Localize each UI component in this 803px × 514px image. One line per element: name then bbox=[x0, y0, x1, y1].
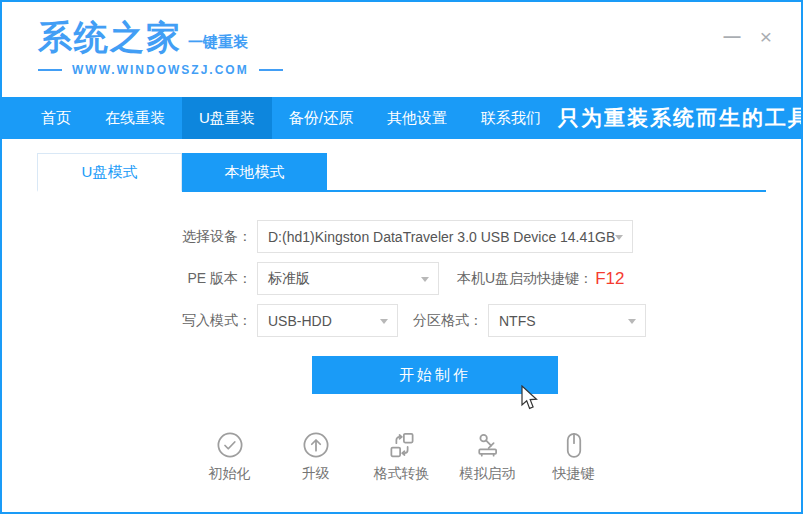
device-select-value: D:(hd1)Kingston DataTraveler 3.0 USB Dev… bbox=[268, 229, 615, 245]
write-mode-label: 写入模式： bbox=[2, 312, 252, 330]
boot-hotkey-label: 本机U盘启动快捷键： bbox=[457, 270, 593, 288]
app-logo: 系统之家 一键重装 WWW.WINDOWSZJ.COM bbox=[38, 20, 283, 77]
website-url: WWW.WINDOWSZJ.COM bbox=[72, 63, 249, 77]
nav-item-other-settings[interactable]: 其他设置 bbox=[370, 97, 464, 139]
website-line: WWW.WINDOWSZJ.COM bbox=[38, 63, 283, 77]
chevron-down-icon bbox=[421, 277, 429, 282]
logo-subtitle: 一键重装 bbox=[188, 33, 248, 52]
nav-item-online-reinstall[interactable]: 在线重装 bbox=[88, 97, 182, 139]
boot-hotkey-note: 本机U盘启动快捷键： F12 bbox=[457, 269, 624, 289]
tool-label: 快捷键 bbox=[553, 465, 595, 483]
format-convert-icon bbox=[387, 430, 417, 460]
usb-make-form: 选择设备： D:(hd1)Kingston DataTraveler 3.0 U… bbox=[2, 220, 801, 337]
chevron-down-icon bbox=[615, 235, 623, 240]
slogan-text: 只为重装系统而生的工具 bbox=[558, 97, 803, 139]
chevron-down-icon bbox=[380, 319, 388, 324]
device-label: 选择设备： bbox=[2, 228, 252, 246]
main-navbar: 首页 在线重装 U盘重装 备份/还原 其他设置 联系我们 只为重装系统而生的工具 bbox=[2, 97, 801, 139]
window-controls: — × bbox=[719, 24, 779, 50]
nav-item-usb-reinstall[interactable]: U盘重装 bbox=[182, 97, 272, 139]
tool-hotkey[interactable]: 快捷键 bbox=[531, 430, 617, 483]
tool-label: 格式转换 bbox=[374, 465, 430, 483]
logo-title: 系统之家 bbox=[38, 20, 182, 54]
partition-format-select-value: NTFS bbox=[499, 313, 536, 329]
tab-usb-mode[interactable]: U盘模式 bbox=[37, 153, 182, 192]
tool-label: 模拟启动 bbox=[460, 465, 516, 483]
footer-tools: 初始化 升级 格式转换 bbox=[2, 430, 801, 483]
write-mode-select[interactable]: USB-HDD bbox=[257, 304, 398, 337]
tab-local-mode[interactable]: 本地模式 bbox=[182, 153, 327, 190]
pe-version-label: PE 版本： bbox=[2, 270, 252, 288]
partition-format-label: 分区格式： bbox=[413, 312, 483, 330]
nav-item-contact-us[interactable]: 联系我们 bbox=[464, 97, 558, 139]
title-bar: 系统之家 一键重装 WWW.WINDOWSZJ.COM — × bbox=[2, 2, 801, 97]
chevron-down-icon bbox=[628, 319, 636, 324]
tool-upgrade[interactable]: 升级 bbox=[273, 430, 359, 483]
upgrade-arrow-icon bbox=[301, 430, 331, 460]
nav-item-backup-restore[interactable]: 备份/还原 bbox=[272, 97, 370, 139]
minimize-button[interactable]: — bbox=[719, 24, 745, 50]
partition-format-select[interactable]: NTFS bbox=[488, 304, 646, 337]
tool-initialize[interactable]: 初始化 bbox=[187, 430, 273, 483]
write-mode-row: 写入模式： USB-HDD 分区格式： NTFS bbox=[2, 304, 801, 337]
pe-version-select-value: 标准版 bbox=[268, 270, 310, 288]
start-make-button[interactable]: 开始制作 bbox=[312, 356, 558, 394]
pe-version-row: PE 版本： 标准版 本机U盘启动快捷键： F12 bbox=[2, 262, 801, 295]
tool-simulate-boot[interactable]: 模拟启动 bbox=[445, 430, 531, 483]
check-circle-icon bbox=[215, 430, 245, 460]
tool-format-convert[interactable]: 格式转换 bbox=[359, 430, 445, 483]
close-button[interactable]: × bbox=[753, 24, 779, 50]
nav-item-home[interactable]: 首页 bbox=[24, 97, 88, 139]
hotkey-mouse-icon bbox=[559, 430, 589, 460]
device-row: 选择设备： D:(hd1)Kingston DataTraveler 3.0 U… bbox=[2, 220, 801, 253]
dash-decoration bbox=[259, 69, 283, 71]
boot-hotkey-value: F12 bbox=[595, 269, 624, 289]
device-select[interactable]: D:(hd1)Kingston DataTraveler 3.0 USB Dev… bbox=[257, 220, 633, 253]
simulate-boot-icon bbox=[473, 430, 503, 460]
write-mode-select-value: USB-HDD bbox=[268, 313, 332, 329]
tool-label: 初始化 bbox=[209, 465, 251, 483]
dash-decoration bbox=[38, 69, 62, 71]
mode-tabs: U盘模式 本地模式 bbox=[37, 155, 766, 192]
tool-label: 升级 bbox=[302, 465, 330, 483]
app-window: 系统之家 一键重装 WWW.WINDOWSZJ.COM — × 首页 在线重装 … bbox=[0, 0, 803, 514]
pe-version-select[interactable]: 标准版 bbox=[257, 262, 439, 295]
